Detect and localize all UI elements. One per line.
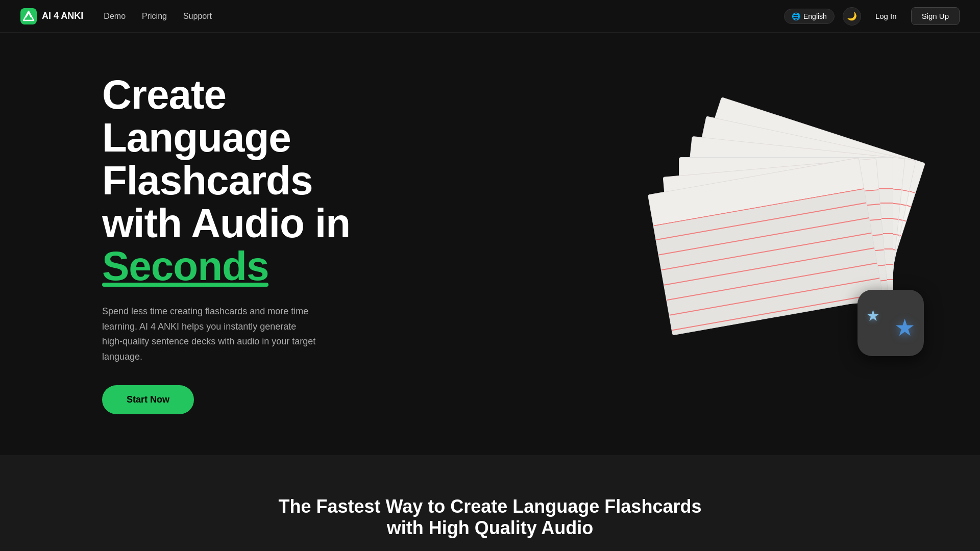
hero-description: Spend less time creating flashcards and …	[102, 304, 316, 365]
features-title: The Fastest Way to Create Language Flash…	[260, 496, 720, 539]
hero-illustration: ★ ★	[653, 116, 939, 371]
nav-links: Demo Pricing Support	[104, 12, 212, 21]
anki-badge: ★ ★	[857, 290, 924, 356]
nav-link-demo[interactable]: Demo	[104, 12, 126, 20]
hero-title: Create Language Flashcards with Audio in…	[102, 73, 350, 288]
globe-icon: 🌐	[792, 12, 800, 20]
star-icon-large: ★	[894, 314, 915, 341]
hero-title-line4: with Audio in	[102, 201, 350, 246]
features-section: The Fastest Way to Create Language Flash…	[0, 455, 980, 551]
signup-button[interactable]: Sign Up	[911, 7, 960, 25]
nav-item-support[interactable]: Support	[183, 12, 212, 21]
nav-left: AI 4 ANKI Demo Pricing Support	[20, 8, 212, 24]
logo-icon	[20, 8, 37, 24]
moon-icon: 🌙	[847, 11, 857, 21]
hero-title-highlight: Seconds	[102, 245, 268, 288]
hero-title-line3: Flashcards	[102, 158, 312, 203]
card-stack: ★ ★	[653, 116, 939, 371]
nav-right: 🌐 English 🌙 Log In Sign Up	[784, 7, 960, 26]
hero-title-line1: Create	[102, 72, 226, 117]
navbar: AI 4 ANKI Demo Pricing Support 🌐 English…	[0, 0, 980, 33]
nav-link-pricing[interactable]: Pricing	[142, 12, 167, 20]
logo-link[interactable]: AI 4 ANKI	[20, 8, 83, 24]
features-description: So easy, it feels like magic. With just …	[316, 549, 664, 551]
nav-link-support[interactable]: Support	[183, 12, 212, 20]
logo-text: AI 4 ANKI	[42, 11, 83, 21]
theme-toggle-button[interactable]: 🌙	[843, 7, 861, 26]
language-label: English	[803, 12, 827, 20]
hero-title-line2: Language	[102, 115, 291, 160]
hero-section: Create Language Flashcards with Audio in…	[0, 33, 980, 455]
hero-content: Create Language Flashcards with Audio in…	[102, 73, 350, 414]
nav-item-pricing[interactable]: Pricing	[142, 12, 167, 21]
language-selector[interactable]: 🌐 English	[784, 9, 835, 24]
start-now-button[interactable]: Start Now	[102, 385, 194, 414]
star-icon-small: ★	[866, 307, 880, 324]
login-button[interactable]: Log In	[869, 8, 903, 24]
nav-item-demo[interactable]: Demo	[104, 12, 126, 21]
